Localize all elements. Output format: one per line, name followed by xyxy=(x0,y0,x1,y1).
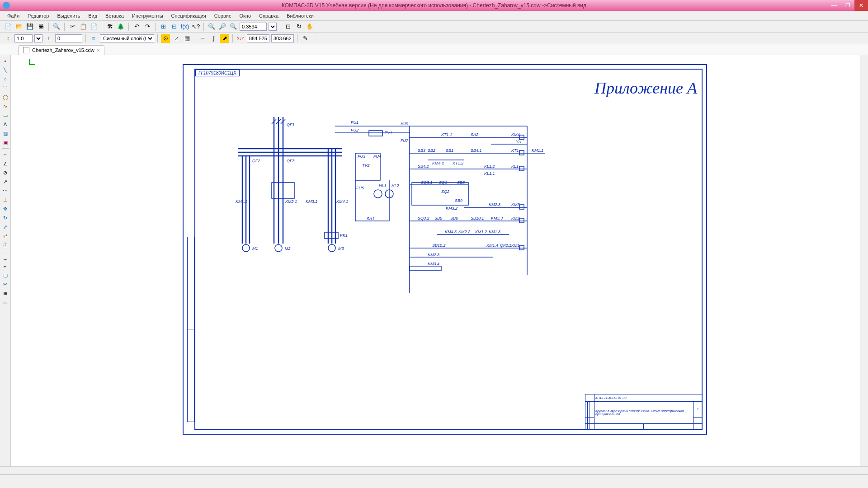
svg-text:FU7: FU7 xyxy=(401,138,409,143)
help-arrow-button[interactable]: ↖? xyxy=(191,22,200,31)
geom-rect-button[interactable]: ▭ xyxy=(1,111,9,119)
menu-service[interactable]: Сервис xyxy=(211,12,235,19)
schematic-diagram: QF1 QF2 KM1.1 M1 xyxy=(211,117,627,311)
grid-button[interactable]: ▦ xyxy=(183,34,192,43)
dim-chain-button[interactable]: ⋯ xyxy=(1,187,9,195)
local-cs-button[interactable]: ⬈ xyxy=(220,34,229,43)
coord-y-input[interactable] xyxy=(271,34,294,42)
redraw-button[interactable]: ↻ xyxy=(294,22,303,31)
more-angle-button[interactable]: ⌐ xyxy=(1,262,9,270)
dim-leader-button[interactable]: ↗ xyxy=(1,178,9,186)
round-button[interactable]: ∫ xyxy=(209,34,218,43)
more-line-button[interactable]: ⎯ xyxy=(1,253,9,261)
cut-button[interactable]: ✂ xyxy=(68,22,77,31)
dim-radial-button[interactable]: ⊘ xyxy=(1,169,9,177)
ortho-button[interactable]: ⌐ xyxy=(198,34,208,43)
edit-scale-button[interactable]: ⤢ xyxy=(1,223,9,231)
more-rect-button[interactable]: ▢ xyxy=(1,271,9,279)
svg-point-20 xyxy=(275,244,282,252)
svg-text:KL1.2: KL1.2 xyxy=(484,164,495,169)
title-block-name: Круглопл.-фрезерный станок ХХХХ. Схема э… xyxy=(594,402,693,424)
svg-text:SB3: SB3 xyxy=(418,148,425,153)
fx-button[interactable]: f(x) xyxy=(180,22,189,31)
offset-button[interactable]: ⟂ xyxy=(44,34,53,43)
manager-button[interactable]: ⊞ xyxy=(159,22,168,31)
close-button[interactable]: ✕ xyxy=(854,0,868,11)
dim-linear-button[interactable]: ↔ xyxy=(1,150,9,159)
more-trim-button[interactable]: ✂ xyxy=(1,280,9,288)
step-button[interactable]: ↕ xyxy=(4,34,13,43)
svg-text:KM1.3: KM1.3 xyxy=(489,230,500,234)
dim-angular-button[interactable]: ∠ xyxy=(1,160,9,168)
maximize-button[interactable]: ❐ xyxy=(841,0,854,11)
layer-combo[interactable]: Системный слой (0) xyxy=(100,34,154,42)
edit-move-button[interactable]: ✥ xyxy=(1,205,9,213)
grid-toggle-button[interactable]: ⊿ xyxy=(172,34,181,43)
offset-input[interactable] xyxy=(55,34,82,42)
save-button[interactable]: 💾 xyxy=(25,22,34,31)
step-input[interactable] xyxy=(14,34,33,42)
step-combo[interactable] xyxy=(34,34,42,42)
edit-sym-button[interactable]: ⇄ xyxy=(1,232,9,240)
open-button[interactable]: 📂 xyxy=(14,22,24,31)
tree-button[interactable]: 🌲 xyxy=(116,22,125,31)
dim-ord-button[interactable]: ⊥ xyxy=(1,196,9,204)
geom-spline-button[interactable]: ∿ xyxy=(1,102,9,110)
zoom-input[interactable] xyxy=(240,23,267,31)
canvas[interactable]: ГГ1079180ИC1ЦХ Приложение А QF1 xyxy=(11,55,860,466)
variables-button[interactable]: ⊟ xyxy=(170,22,179,31)
menu-tools[interactable]: Инструменты xyxy=(128,12,167,19)
style-button[interactable]: ✎ xyxy=(301,34,310,43)
geom-circle-button[interactable]: ○ xyxy=(1,75,9,83)
geom-arc-button[interactable]: ⌒ xyxy=(1,84,9,92)
more-fillet-button[interactable]: ⌓ xyxy=(1,298,9,306)
menu-select[interactable]: Выделить xyxy=(53,12,84,19)
undo-button[interactable]: ↶ xyxy=(132,22,141,31)
svg-rect-67 xyxy=(519,150,524,155)
zoom-in-button[interactable]: 🔎 xyxy=(218,22,227,31)
document-tab[interactable]: Chertezh_Zaharov_v15.cdw × xyxy=(18,45,104,55)
layer-icon[interactable]: ≡ xyxy=(89,34,98,43)
geom-ellipse-button[interactable]: ◯ xyxy=(1,93,9,101)
geom-hatch-button[interactable]: ▨ xyxy=(1,129,9,137)
menu-file[interactable]: Файл xyxy=(4,12,23,19)
titlebar-text: КОМПАС-3D V15 Учебная версия (Не для ком… xyxy=(282,2,586,9)
zoom-fit-button[interactable]: ⊡ xyxy=(283,22,292,31)
side-stamp xyxy=(187,237,194,422)
zoom-combo[interactable] xyxy=(269,23,277,31)
svg-text:KM2.3: KM2.3 xyxy=(489,202,500,207)
menu-libs[interactable]: Библиотеки xyxy=(283,12,317,19)
minimize-button[interactable]: — xyxy=(827,0,841,11)
menu-edit[interactable]: Редактор xyxy=(24,12,52,19)
menu-spec[interactable]: Спецификация xyxy=(168,12,210,19)
edit-rotate-button[interactable]: ↻ xyxy=(1,214,9,222)
menu-view[interactable]: Вид xyxy=(85,12,101,19)
new-button[interactable]: 📄 xyxy=(4,22,13,31)
redo-button[interactable]: ↷ xyxy=(143,22,152,31)
properties-button[interactable]: 🛠 xyxy=(105,22,114,31)
preview-button[interactable]: 🔍 xyxy=(52,22,61,31)
geom-point-button[interactable]: • xyxy=(1,57,9,65)
more-break-button[interactable]: ≋ xyxy=(1,289,9,297)
svg-rect-97 xyxy=(519,218,524,223)
copy-button[interactable]: 📋 xyxy=(79,22,88,31)
geom-text-button[interactable]: A xyxy=(1,120,9,128)
snap-button[interactable]: ⊙ xyxy=(161,34,170,43)
print-button[interactable]: 🖶 xyxy=(36,22,45,31)
menu-insert[interactable]: Вставка xyxy=(102,12,127,19)
paste-button[interactable]: 📄 xyxy=(90,22,99,31)
left-toolbox: • ╲ ○ ⌒ ◯ ∿ ▭ A ▨ ▣ ↔ ∠ ⊘ ↗ ⋯ ⊥ ✥ ↻ ⤢ ⇄ … xyxy=(0,55,11,466)
geom-contour-button[interactable]: ▣ xyxy=(1,138,9,146)
vertical-scrollbar[interactable] xyxy=(860,55,868,466)
horizontal-scrollbar[interactable] xyxy=(0,466,868,474)
svg-text:SB8: SB8 xyxy=(457,180,465,185)
edit-copy-button[interactable]: ⿻ xyxy=(1,241,9,249)
coord-x-input[interactable] xyxy=(247,34,269,42)
menu-help[interactable]: Справка xyxy=(255,12,282,19)
zoom-out-button[interactable]: 🔍 xyxy=(229,22,238,31)
document-tab-close[interactable]: × xyxy=(97,48,100,53)
zoom-window-button[interactable]: 🔍 xyxy=(207,22,216,31)
menu-window[interactable]: Окно xyxy=(236,12,255,19)
geom-line-button[interactable]: ╲ xyxy=(1,66,9,74)
pan-button[interactable]: ✋ xyxy=(305,22,314,31)
